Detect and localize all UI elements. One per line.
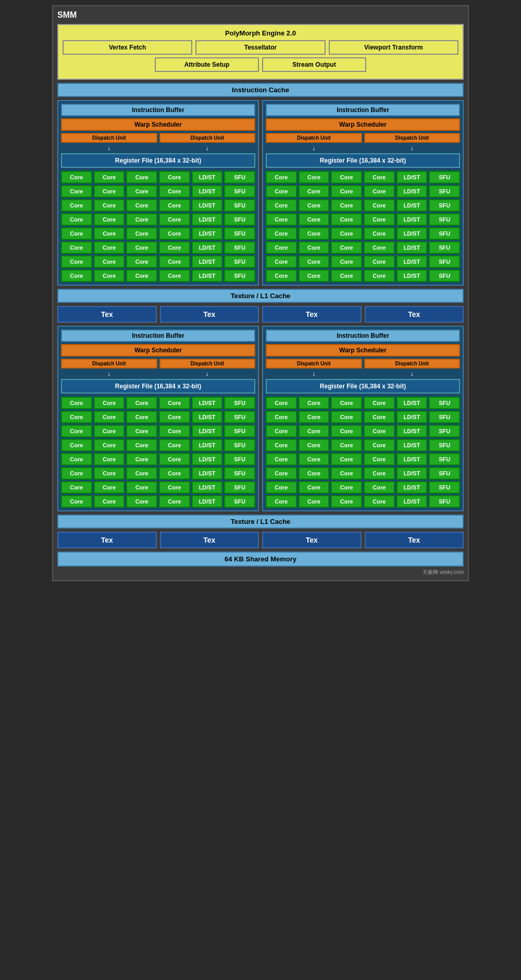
attribute-setup-box: Attribute Setup (155, 57, 259, 72)
viewport-transform-box: Viewport Transform (329, 40, 458, 55)
core-cell: Core (94, 495, 125, 508)
shared-memory: 64 KB Shared Memory (57, 552, 464, 567)
instr-buffer-tr: Instruction Buffer (266, 104, 460, 116)
core-cell: Core (94, 241, 125, 254)
ldst-cell: LD/ST (192, 241, 223, 254)
core-cell: Core (266, 270, 297, 282)
sm-top-right: Instruction Buffer Warp Scheduler Dispat… (262, 100, 464, 286)
dispatch-row-bl: Dispatch Unit Dispatch Unit (61, 359, 255, 369)
ldst-cell: LD/ST (192, 425, 223, 437)
core-grid-tl: CoreCoreCoreCoreLD/STSFU CoreCoreCoreCor… (61, 171, 255, 282)
sfu-cell: SFU (429, 397, 460, 409)
core-cell: Core (94, 467, 125, 480)
ldst-cell: LD/ST (192, 255, 223, 268)
core-cell: Core (331, 467, 362, 480)
core-cell: Core (331, 411, 362, 423)
core-cell: Core (159, 213, 190, 226)
core-cell: Core (299, 241, 330, 254)
core-row: CoreCoreCoreCoreLD/STSFU (266, 453, 460, 466)
core-row: CoreCoreCoreCoreLD/STSFU (61, 397, 255, 409)
arrow-bl-2: ↓ (159, 370, 256, 377)
core-cell: Core (61, 227, 92, 240)
core-cell: Core (159, 425, 190, 437)
ldst-cell: LD/ST (396, 481, 428, 494)
sfu-cell: SFU (429, 185, 460, 198)
core-row: CoreCoreCoreCoreLD/STSFU (266, 185, 460, 198)
core-row: CoreCoreCoreCoreLD/STSFU (266, 171, 460, 183)
core-cell: Core (159, 270, 190, 282)
core-cell: Core (159, 481, 190, 494)
ldst-cell: LD/ST (192, 453, 223, 466)
core-cell: Core (94, 453, 125, 466)
core-cell: Core (331, 171, 362, 183)
core-cell: Core (94, 213, 125, 226)
arrow-br-2: ↓ (364, 370, 461, 377)
texture-cache-bottom: Texture / L1 Cache (57, 514, 464, 529)
core-cell: Core (61, 453, 92, 466)
sfu-cell: SFU (224, 185, 255, 198)
core-cell: Core (126, 397, 157, 409)
core-row: CoreCoreCoreCoreLD/STSFU (61, 213, 255, 226)
core-cell: Core (61, 199, 92, 212)
texture-cache-top: Texture / L1 Cache (57, 289, 464, 303)
core-row: CoreCoreCoreCoreLD/STSFU (61, 241, 255, 254)
tex-box-b1: Tex (57, 532, 157, 548)
core-cell: Core (266, 453, 297, 466)
polymorph-row2: Attribute Setup Stream Output (63, 57, 458, 72)
core-row: CoreCoreCoreCoreLD/STSFU (61, 411, 255, 423)
ldst-cell: LD/ST (396, 227, 428, 240)
core-cell: Core (299, 495, 330, 508)
core-row: CoreCoreCoreCoreLD/STSFU (61, 495, 255, 508)
core-cell: Core (266, 241, 297, 254)
sfu-cell: SFU (429, 439, 460, 451)
sm-group-bottom: Instruction Buffer Warp Scheduler Dispat… (57, 326, 464, 511)
core-cell: Core (299, 467, 330, 480)
core-row: CoreCoreCoreCoreLD/STSFU (266, 241, 460, 254)
ldst-cell: LD/ST (192, 397, 223, 409)
sm-group-top: Instruction Buffer Warp Scheduler Dispat… (57, 100, 464, 286)
sfu-cell: SFU (224, 425, 255, 437)
core-cell: Core (126, 185, 157, 198)
core-cell: Core (159, 199, 190, 212)
tex-box-3: Tex (262, 306, 362, 323)
sfu-cell: SFU (429, 495, 460, 508)
core-cell: Core (266, 481, 297, 494)
core-cell: Core (266, 425, 297, 437)
warp-scheduler-tl: Warp Scheduler (61, 118, 255, 131)
core-cell: Core (364, 199, 395, 212)
ldst-cell: LD/ST (396, 495, 428, 508)
core-cell: Core (159, 467, 190, 480)
core-cell: Core (126, 425, 157, 437)
ldst-cell: LD/ST (396, 453, 428, 466)
arrow-bl-1: ↓ (61, 370, 157, 377)
ldst-cell: LD/ST (396, 171, 428, 183)
ldst-cell: LD/ST (396, 185, 428, 198)
core-cell: Core (159, 241, 190, 254)
core-cell: Core (364, 213, 395, 226)
core-cell: Core (126, 199, 157, 212)
instr-buffer-tl: Instruction Buffer (61, 104, 255, 116)
core-row: CoreCoreCoreCoreLD/STSFU (266, 213, 460, 226)
core-cell: Core (331, 241, 362, 254)
core-cell: Core (94, 481, 125, 494)
tex-row-top: Tex Tex Tex Tex (57, 306, 464, 323)
core-cell: Core (94, 199, 125, 212)
core-cell: Core (299, 213, 330, 226)
tex-box-1: Tex (57, 306, 157, 323)
register-file-br: Register File (16,384 x 32-bit) (266, 379, 460, 394)
tex-box-4: Tex (365, 306, 464, 323)
core-cell: Core (266, 199, 297, 212)
sfu-cell: SFU (224, 439, 255, 451)
arrows-bl: ↓ ↓ (61, 370, 255, 377)
dispatch-unit-tl-1: Dispatch Unit (61, 133, 157, 143)
core-row: CoreCoreCoreCoreLD/STSFU (266, 425, 460, 437)
core-cell: Core (61, 255, 92, 268)
ldst-cell: LD/ST (192, 481, 223, 494)
core-cell: Core (266, 255, 297, 268)
core-cell: Core (331, 481, 362, 494)
instr-buffer-bl: Instruction Buffer (61, 329, 255, 342)
core-cell: Core (94, 270, 125, 282)
core-row: CoreCoreCoreCoreLD/STSFU (266, 467, 460, 480)
sfu-cell: SFU (224, 213, 255, 226)
ldst-cell: LD/ST (396, 425, 428, 437)
